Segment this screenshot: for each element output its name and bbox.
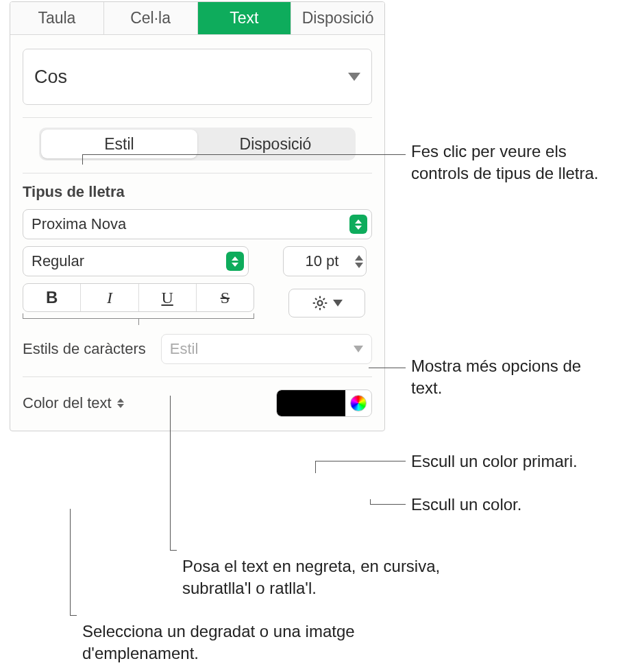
stepper-down-icon[interactable] xyxy=(355,263,363,268)
gear-icon xyxy=(311,294,329,312)
tab-taula[interactable]: Taula xyxy=(10,2,104,34)
font-family-popup[interactable]: Proxima Nova xyxy=(23,209,372,239)
tab-text[interactable]: Text xyxy=(198,2,292,34)
strikethrough-button[interactable]: S xyxy=(197,284,254,311)
text-style-group: B I U S xyxy=(23,283,254,312)
top-tabs: Taula Cel·la Text Disposició xyxy=(10,2,384,35)
callout-primary-color: Escull un color primari. xyxy=(411,451,624,472)
character-style-popup[interactable]: Estil xyxy=(161,334,372,364)
callout-line xyxy=(70,509,71,615)
callout-gradient: Selecciona un degradat o una imatge d'em… xyxy=(82,621,384,665)
color-swatch-button[interactable] xyxy=(277,390,345,416)
divider xyxy=(23,173,372,173)
chevron-down-icon xyxy=(354,346,363,352)
callout-line xyxy=(82,154,406,155)
chevron-down-icon xyxy=(333,300,343,307)
callout-line xyxy=(82,154,83,165)
italic-button[interactable]: I xyxy=(81,284,138,311)
popup-indicator-icon xyxy=(349,215,367,234)
font-weight-popup[interactable]: Regular xyxy=(23,246,249,276)
text-color-label: Color del text xyxy=(23,394,112,412)
callout-line xyxy=(370,504,406,505)
format-panel: Taula Cel·la Text Disposició Cos Estil D… xyxy=(10,1,385,431)
bracket-decoration xyxy=(23,313,254,319)
chevron-down-icon xyxy=(348,73,360,81)
svg-point-0 xyxy=(318,301,323,306)
color-wheel-button[interactable] xyxy=(345,390,371,416)
callout-line xyxy=(369,368,406,368)
color-controls xyxy=(276,389,372,417)
callout-line xyxy=(315,461,406,461)
divider xyxy=(23,117,372,118)
panel-body: Cos Estil Disposició Tipus de lletra Pro… xyxy=(10,35,384,431)
font-size-value: 10 pt xyxy=(292,252,352,270)
callout-line xyxy=(170,550,177,551)
callout-line xyxy=(70,615,77,616)
callout-font-controls: Fes clic per veure els controls de tipus… xyxy=(411,141,617,185)
text-color-popup[interactable]: Color del text xyxy=(23,394,124,412)
underline-button[interactable]: U xyxy=(139,284,197,311)
tab-disposicio[interactable]: Disposició xyxy=(291,2,384,34)
popup-indicator-icon xyxy=(226,252,244,271)
callout-biug: Posa el text en negreta, en cursiva, sub… xyxy=(182,555,504,600)
stepper-up-icon[interactable] xyxy=(355,255,363,261)
tab-cella[interactable]: Cel·la xyxy=(104,2,198,34)
popup-indicator-icon xyxy=(117,398,124,408)
font-weight-value: Regular xyxy=(32,252,226,270)
callout-pick-color: Escull un color. xyxy=(411,494,617,516)
font-section-label: Tipus de lletra xyxy=(23,183,372,201)
callout-line xyxy=(170,396,171,550)
character-style-placeholder: Estil xyxy=(170,340,354,358)
paragraph-style-label: Cos xyxy=(34,67,67,88)
font-family-value: Proxima Nova xyxy=(32,215,349,233)
more-options-button[interactable] xyxy=(288,289,365,317)
bold-button[interactable]: B xyxy=(23,284,81,311)
subtab-segmented: Estil Disposició xyxy=(39,128,356,160)
font-size-stepper[interactable]: 10 pt xyxy=(283,246,367,276)
paragraph-style-popup[interactable]: Cos xyxy=(23,49,372,105)
color-wheel-icon xyxy=(350,395,367,411)
callout-line xyxy=(315,461,316,473)
callout-line xyxy=(370,499,371,505)
callout-more-options: Mostra més opcions de text. xyxy=(411,355,617,400)
stepper-arrows xyxy=(355,255,363,268)
character-styles-label: Estils de caràcters xyxy=(23,340,146,358)
